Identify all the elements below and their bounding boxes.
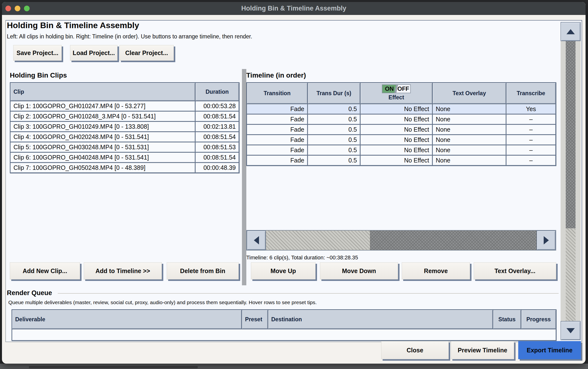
- bin-clip-cell[interactable]: Clip 1: 100GOPRO_GH010247.MP4 [0 - 53.27…: [11, 101, 195, 111]
- column-header-preset[interactable]: Preset: [242, 310, 268, 329]
- column-header-transition[interactable]: Transition: [247, 83, 307, 104]
- column-header-progress[interactable]: Progress: [521, 310, 556, 329]
- scroll-down-button[interactable]: [561, 321, 581, 340]
- column-header-destination[interactable]: Destination: [268, 310, 493, 329]
- transcribe-cell[interactable]: –: [506, 125, 555, 134]
- column-header-text-overlay[interactable]: Text Overlay: [433, 83, 506, 104]
- bin-clip-cell[interactable]: Clip 3: 100GOPRO_GH010249.MP4 [0 - 133.8…: [11, 122, 195, 131]
- timeline-row[interactable]: Fade 0.5 No Effect None –: [247, 135, 555, 145]
- bin-duration-cell[interactable]: 00:08:51.53: [196, 142, 239, 152]
- effect-cell[interactable]: No Effect: [361, 125, 432, 134]
- text-overlay-cell[interactable]: None: [433, 135, 506, 145]
- trans-dur-cell[interactable]: 0.5: [308, 125, 360, 134]
- trans-dur-cell[interactable]: 0.5: [308, 135, 360, 145]
- transcribe-cell[interactable]: –: [506, 145, 555, 155]
- timeline-row[interactable]: Fade 0.5 No Effect None –: [247, 156, 555, 165]
- trans-dur-cell[interactable]: 0.5: [308, 115, 360, 124]
- effect-cell[interactable]: No Effect: [361, 135, 432, 145]
- bin-clip-cell[interactable]: Clip 6: 100GOPRO_GH040248.MP4 [0 - 531.5…: [11, 153, 195, 162]
- transcribe-cell[interactable]: –: [506, 115, 555, 124]
- transition-cell[interactable]: Fade: [247, 145, 307, 155]
- save-project-button[interactable]: Save Project...: [13, 45, 62, 61]
- add-to-timeline-button[interactable]: Add to Timeline >>: [84, 262, 162, 279]
- transcribe-cell[interactable]: –: [506, 135, 555, 145]
- bin-row[interactable]: Clip 1: 100GOPRO_GH010247.MP4 [0 - 53.27…: [11, 101, 239, 111]
- column-header-duration[interactable]: Duration: [196, 83, 239, 101]
- text-overlay-button[interactable]: Text Overlay...: [474, 262, 556, 279]
- column-header-clip[interactable]: Clip: [11, 83, 195, 101]
- horizontal-scrollbar-trough[interactable]: [370, 231, 537, 250]
- trans-dur-cell[interactable]: 0.5: [308, 104, 360, 114]
- transition-cell[interactable]: Fade: [247, 135, 307, 145]
- panel-vertical-scrollbar[interactable]: [561, 22, 581, 340]
- effect-cell[interactable]: No Effect: [361, 145, 432, 155]
- text-overlay-cell[interactable]: None: [433, 125, 506, 134]
- column-header-transcribe[interactable]: Transcribe: [506, 83, 555, 104]
- preview-timeline-button[interactable]: Preview Timeline: [451, 341, 514, 359]
- scroll-left-button[interactable]: [247, 231, 266, 250]
- titlebar[interactable]: Holding Bin & Timeline Assembly: [2, 2, 586, 15]
- transition-cell[interactable]: Fade: [247, 104, 307, 114]
- remove-button[interactable]: Remove: [402, 262, 470, 279]
- timeline-row[interactable]: Fade 0.5 No Effect None –: [247, 115, 555, 124]
- transition-cell[interactable]: Fade: [247, 156, 307, 165]
- bin-duration-cell[interactable]: 00:08:51.54: [196, 153, 239, 162]
- render-queue-empty-body[interactable]: [12, 329, 556, 340]
- export-timeline-button[interactable]: Export Timeline: [518, 341, 581, 359]
- load-project-button[interactable]: Load Project...: [70, 45, 118, 61]
- vertical-scrollbar-trough[interactable]: [561, 41, 581, 321]
- close-button[interactable]: Close: [381, 341, 449, 359]
- bin-duration-cell[interactable]: 00:00:48.39: [196, 163, 239, 173]
- column-header-deliverable[interactable]: Deliverable: [12, 310, 241, 329]
- move-down-button[interactable]: Move Down: [320, 262, 398, 279]
- column-header-trans-dur[interactable]: Trans Dur (s): [308, 83, 360, 104]
- zoom-window-button[interactable]: [24, 6, 30, 11]
- effect-cell[interactable]: No Effect: [361, 104, 432, 114]
- transition-cell[interactable]: Fade: [247, 115, 307, 124]
- bin-clip-cell[interactable]: Clip 5: 100GOPRO_GH030248.MP4 [0 - 531.5…: [11, 142, 195, 152]
- scroll-right-button[interactable]: [537, 231, 556, 250]
- bin-duration-cell[interactable]: 00:02:13.81: [196, 122, 239, 131]
- text-overlay-cell[interactable]: None: [433, 156, 506, 165]
- delete-from-bin-button[interactable]: Delete from Bin: [167, 262, 239, 279]
- timeline-row[interactable]: Fade 0.5 No Effect None –: [247, 125, 555, 134]
- transcribe-cell[interactable]: Yes: [506, 104, 555, 114]
- text-overlay-cell[interactable]: None: [433, 115, 506, 124]
- transition-cell[interactable]: Fade: [247, 125, 307, 134]
- move-up-button[interactable]: Move Up: [251, 262, 316, 279]
- bin-clip-cell[interactable]: Clip 4: 100GOPRO_GH020248.MP4 [0 - 531.5…: [11, 132, 195, 142]
- bin-duration-cell[interactable]: 00:08:51.54: [196, 132, 239, 142]
- toggle-off-label[interactable]: OFF: [396, 85, 410, 93]
- transcribe-cell[interactable]: –: [506, 156, 555, 165]
- text-overlay-cell[interactable]: None: [433, 145, 506, 155]
- timeline-row[interactable]: Fade 0.5 No Effect None Yes: [247, 104, 555, 114]
- bin-clip-cell[interactable]: Clip 2: 100GOPRO_GH010248_3.MP4 [0 - 531…: [11, 112, 195, 121]
- bin-row[interactable]: Clip 6: 100GOPRO_GH040248.MP4 [0 - 531.5…: [11, 153, 239, 162]
- effect-cell[interactable]: No Effect: [361, 115, 432, 124]
- timeline-row[interactable]: Fade 0.5 No Effect None –: [247, 145, 555, 155]
- bin-row[interactable]: Clip 3: 100GOPRO_GH010249.MP4 [0 - 133.8…: [11, 122, 239, 131]
- horizontal-scrollbar-thumb[interactable]: [266, 231, 370, 250]
- bin-duration-cell[interactable]: 00:08:51.54: [196, 112, 239, 121]
- effect-cell[interactable]: No Effect: [361, 156, 432, 165]
- clear-project-button[interactable]: Clear Project...: [119, 45, 174, 61]
- bin-clip-cell[interactable]: Clip 7: 100GOPRO_GH050248.MP4 [0 - 48.38…: [11, 163, 195, 173]
- add-new-clip-button[interactable]: Add New Clip...: [10, 262, 80, 279]
- text-overlay-cell[interactable]: None: [433, 104, 506, 114]
- pane-divider-sash[interactable]: [242, 69, 246, 285]
- bin-row[interactable]: Clip 7: 100GOPRO_GH050248.MP4 [0 - 48.38…: [11, 163, 239, 173]
- minimize-window-button[interactable]: [15, 6, 20, 11]
- bin-row[interactable]: Clip 4: 100GOPRO_GH020248.MP4 [0 - 531.5…: [11, 132, 239, 142]
- vertical-scrollbar-track[interactable]: [566, 41, 576, 228]
- trans-dur-cell[interactable]: 0.5: [308, 156, 360, 165]
- timeline-horizontal-scrollbar[interactable]: [246, 230, 556, 251]
- bin-row[interactable]: Clip 2: 100GOPRO_GH010248_3.MP4 [0 - 531…: [11, 112, 239, 121]
- bin-duration-cell[interactable]: 00:00:53.28: [196, 101, 239, 111]
- trans-dur-cell[interactable]: 0.5: [308, 145, 360, 155]
- toggle-on-label[interactable]: ON: [382, 85, 396, 93]
- column-header-status[interactable]: Status: [493, 310, 521, 329]
- scroll-up-button[interactable]: [561, 22, 581, 41]
- vertical-scrollbar-thumb[interactable]: [566, 228, 576, 321]
- close-window-button[interactable]: [5, 6, 11, 11]
- bin-row[interactable]: Clip 5: 100GOPRO_GH030248.MP4 [0 - 531.5…: [11, 142, 239, 152]
